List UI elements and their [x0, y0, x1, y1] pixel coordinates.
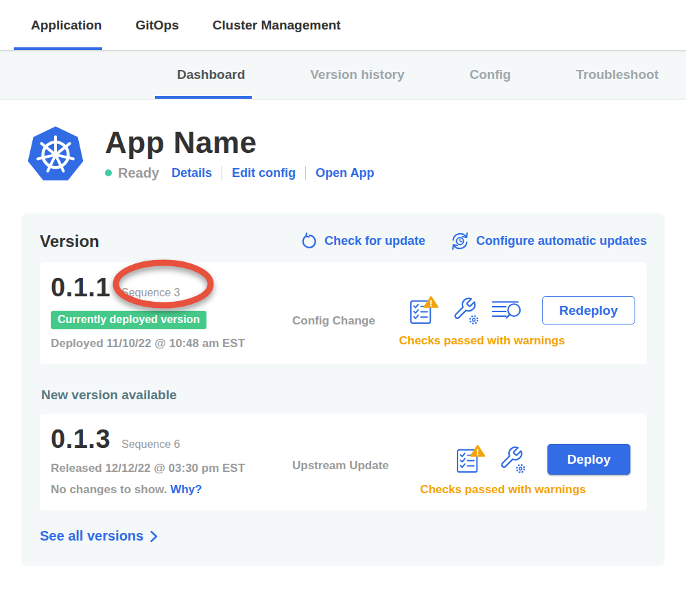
edit-config-wrench-icon[interactable]: [450, 295, 481, 326]
deployed-version-source: Config Change: [292, 273, 409, 351]
version-heading: Version: [40, 232, 99, 251]
auto-update-clock-icon: [450, 231, 470, 251]
edit-config-wrench-icon[interactable]: [497, 444, 528, 475]
app-status: Ready: [118, 165, 159, 181]
why-link[interactable]: Why?: [170, 483, 202, 496]
version-panel: Version Check for update Configure: [21, 213, 665, 566]
details-link[interactable]: Details: [172, 166, 212, 180]
tab-application[interactable]: Application: [31, 0, 102, 50]
available-version-source: Upstream Update: [292, 425, 409, 497]
tab-version-history[interactable]: Version history: [310, 51, 404, 99]
released-timestamp: Released 12/12/22 @ 03:30 pm EST: [51, 462, 277, 475]
preflight-checklist-warning-icon[interactable]: [409, 295, 440, 326]
refresh-icon: [300, 233, 318, 250]
deployed-checks-status: Checks passed with warnings: [399, 334, 565, 348]
tab-config[interactable]: Config: [470, 51, 511, 99]
deploy-button[interactable]: Deploy: [547, 444, 630, 475]
deployed-timestamp: Deployed 11/10/22 @ 10:48 am EST: [51, 337, 277, 351]
available-version-card: 0.1.3 Sequence 6 Released 12/12/22 @ 03:…: [40, 414, 647, 510]
deployed-version-sequence: Sequence 3: [121, 287, 180, 299]
tab-troubleshoot[interactable]: Troubleshoot: [576, 51, 659, 99]
kubernetes-logo-icon: [25, 123, 86, 183]
chevron-right-icon: [150, 530, 158, 543]
currently-deployed-badge: Currently deployed version: [51, 311, 206, 329]
edit-config-link[interactable]: Edit config: [222, 166, 296, 180]
preflight-checklist-warning-icon[interactable]: [456, 444, 486, 475]
open-app-link[interactable]: Open App: [305, 166, 374, 180]
see-all-versions-label: See all versions: [40, 528, 143, 544]
check-for-update-link[interactable]: Check for update: [300, 233, 425, 250]
app-sub-nav: Dashboard Version history Config Trouble…: [0, 51, 686, 99]
primary-nav: Application GitOps Cluster Management: [0, 0, 686, 51]
tab-gitops[interactable]: GitOps: [135, 0, 178, 50]
redeploy-button[interactable]: Redeploy: [542, 296, 635, 324]
page-title: App Name: [105, 126, 374, 160]
available-checks-status: Checks passed with warnings: [420, 483, 586, 497]
no-changes-note: No changes to show.: [51, 483, 167, 496]
new-version-available-heading: New version available: [41, 388, 647, 403]
view-files-diff-icon[interactable]: [491, 296, 522, 325]
configure-automatic-updates-link[interactable]: Configure automatic updates: [450, 231, 647, 251]
app-header: App Name Ready Details Edit config Open …: [25, 123, 686, 183]
status-dot-icon: [105, 169, 112, 176]
available-version-number: 0.1.3: [51, 425, 110, 454]
see-all-versions-link[interactable]: See all versions: [40, 528, 158, 544]
deployed-version-card: 0.1.1 Sequence 3 Currently deployed vers…: [40, 262, 647, 364]
configure-automatic-updates-label: Configure automatic updates: [476, 234, 647, 248]
tab-cluster-management[interactable]: Cluster Management: [213, 0, 341, 50]
check-for-update-label: Check for update: [324, 234, 425, 248]
tab-dashboard[interactable]: Dashboard: [177, 51, 245, 99]
deployed-version-number: 0.1.1: [51, 273, 110, 303]
available-version-sequence: Sequence 6: [121, 438, 180, 451]
